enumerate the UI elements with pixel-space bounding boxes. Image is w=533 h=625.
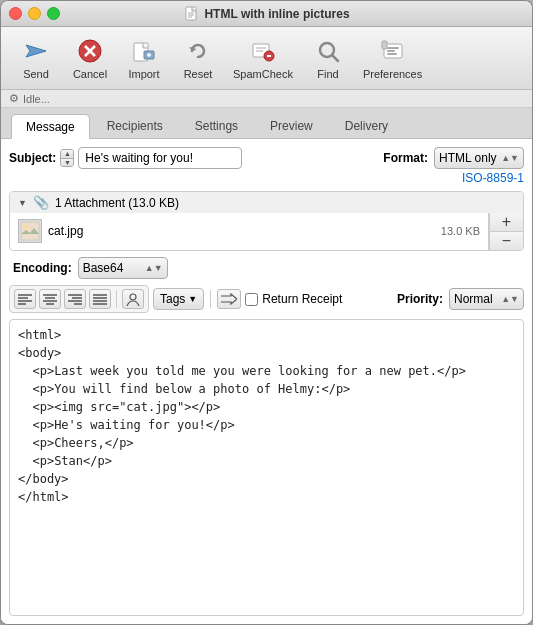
- priority-label: Priority:: [397, 292, 443, 306]
- subject-format-row: Subject: ▲ ▼ Format: HTML only ▲▼: [9, 147, 524, 169]
- tab-preview[interactable]: Preview: [255, 114, 328, 138]
- cancel-button[interactable]: Cancel: [65, 33, 115, 83]
- align-justify-button[interactable]: [89, 289, 111, 309]
- reset-icon: [183, 36, 213, 66]
- svg-rect-23: [382, 41, 387, 49]
- reset-label: Reset: [184, 68, 213, 80]
- formatting-toolbar-row: Tags ▼ Return Receipt Priority: Normal ▲…: [9, 285, 524, 313]
- tab-delivery[interactable]: Delivery: [330, 114, 403, 138]
- find-icon: [313, 36, 343, 66]
- status-text: Idle...: [23, 93, 50, 105]
- preferences-button[interactable]: Preferences: [357, 33, 428, 83]
- cancel-icon: [75, 36, 105, 66]
- toolbar: Send Cancel: [1, 27, 532, 90]
- tab-settings[interactable]: Settings: [180, 114, 253, 138]
- encoding-select[interactable]: Base64 ▲▼: [78, 257, 168, 279]
- attachment-collapse-icon: ▼: [18, 198, 27, 208]
- return-receipt-label[interactable]: Return Receipt: [245, 292, 342, 306]
- format-right: Format: HTML only ▲▼: [383, 147, 524, 169]
- traffic-lights: [9, 7, 60, 20]
- svg-point-25: [24, 225, 28, 229]
- svg-rect-22: [387, 53, 397, 55]
- attachment-filename: cat.jpg: [48, 224, 435, 238]
- add-attachment-button[interactable]: +: [490, 213, 523, 232]
- encoding-value: Base64: [83, 261, 124, 275]
- document-icon: [183, 6, 199, 22]
- attachment-section: ▼ 📎 1 Attachment (13.0 KB) cat: [9, 191, 524, 251]
- title-bar: HTML with inline pictures: [1, 1, 532, 27]
- import-icon: [129, 36, 159, 66]
- send-button[interactable]: Send: [11, 33, 61, 83]
- attachment-header[interactable]: ▼ 📎 1 Attachment (13.0 KB): [10, 192, 523, 213]
- attachment-list: cat.jpg 13.0 KB: [10, 213, 489, 250]
- priority-row: Priority: Normal ▲▼: [397, 288, 524, 310]
- stepper-down-icon[interactable]: ▼: [61, 159, 73, 167]
- format-value: HTML only: [439, 151, 497, 165]
- attachment-controls: + −: [489, 213, 523, 250]
- spamcheck-label: SpamCheck: [233, 68, 293, 80]
- toolbar-separator-1: [116, 290, 117, 308]
- priority-select[interactable]: Normal ▲▼: [449, 288, 524, 310]
- stepper-up-icon[interactable]: ▲: [61, 150, 73, 159]
- iso-link[interactable]: ISO-8859-1: [462, 171, 524, 185]
- svg-line-18: [332, 55, 338, 61]
- shuffle-button[interactable]: [217, 289, 241, 309]
- attachment-thumbnail: [18, 219, 42, 243]
- window-title-area: HTML with inline pictures: [183, 6, 349, 22]
- minimize-button[interactable]: [28, 7, 41, 20]
- status-bar: ⚙ Idle...: [1, 90, 532, 108]
- send-icon: [21, 36, 51, 66]
- tab-message[interactable]: Message: [11, 114, 90, 139]
- attachment-count: 1 Attachment (13.0 KB): [55, 196, 179, 210]
- priority-arrow-icon: ▲▼: [501, 295, 519, 304]
- window-title: HTML with inline pictures: [204, 7, 349, 21]
- preferences-label: Preferences: [363, 68, 422, 80]
- encoding-row: Encoding: Base64 ▲▼: [9, 257, 524, 279]
- close-button[interactable]: [9, 7, 22, 20]
- return-receipt-text: Return Receipt: [262, 292, 342, 306]
- send-label: Send: [23, 68, 49, 80]
- subject-left: Subject: ▲ ▼: [9, 147, 242, 169]
- editor-area[interactable]: <html> <body> <p>Last week you told me y…: [9, 319, 524, 616]
- status-icon: ⚙: [9, 92, 19, 105]
- main-window: HTML with inline pictures Send Cancel: [0, 0, 533, 625]
- person-button[interactable]: [122, 289, 144, 309]
- import-label: Import: [128, 68, 159, 80]
- formatting-toolbar: [9, 285, 149, 313]
- import-button[interactable]: Import: [119, 33, 169, 83]
- align-right-button[interactable]: [64, 289, 86, 309]
- tags-arrow-icon: ▼: [188, 294, 197, 304]
- format-label: Format:: [383, 151, 428, 165]
- svg-point-42: [130, 294, 136, 300]
- svg-rect-21: [387, 50, 395, 52]
- maximize-button[interactable]: [47, 7, 60, 20]
- format-select[interactable]: HTML only ▲▼: [434, 147, 524, 169]
- find-button[interactable]: Find: [303, 33, 353, 83]
- attachment-body: cat.jpg 13.0 KB + −: [10, 213, 523, 250]
- find-label: Find: [317, 68, 338, 80]
- svg-rect-20: [387, 47, 399, 49]
- tags-label: Tags: [160, 292, 185, 306]
- attachment-size: 13.0 KB: [441, 225, 480, 237]
- align-center-button[interactable]: [39, 289, 61, 309]
- cancel-label: Cancel: [73, 68, 107, 80]
- tags-control[interactable]: Tags ▼: [153, 288, 204, 310]
- return-receipt-checkbox[interactable]: [245, 293, 258, 306]
- subject-label: Subject:: [9, 151, 56, 165]
- toolbar-separator-2: [210, 290, 211, 308]
- reset-button[interactable]: Reset: [173, 33, 223, 83]
- encoding-arrow-icon: ▲▼: [145, 264, 163, 273]
- attachment-item: cat.jpg 13.0 KB: [14, 217, 484, 245]
- subject-stepper[interactable]: ▲ ▼: [60, 149, 74, 167]
- encoding-label: Encoding:: [13, 261, 72, 275]
- align-left-button[interactable]: [14, 289, 36, 309]
- tab-recipients[interactable]: Recipients: [92, 114, 178, 138]
- priority-value: Normal: [454, 292, 493, 306]
- remove-attachment-button[interactable]: −: [490, 232, 523, 250]
- content-area: Subject: ▲ ▼ Format: HTML only ▲▼ ISO-88…: [1, 139, 532, 624]
- svg-marker-4: [26, 45, 46, 57]
- spamcheck-button[interactable]: SpamCheck: [227, 33, 299, 83]
- spamcheck-icon: [248, 36, 278, 66]
- subject-input[interactable]: [78, 147, 242, 169]
- format-arrow-icon: ▲▼: [501, 154, 519, 163]
